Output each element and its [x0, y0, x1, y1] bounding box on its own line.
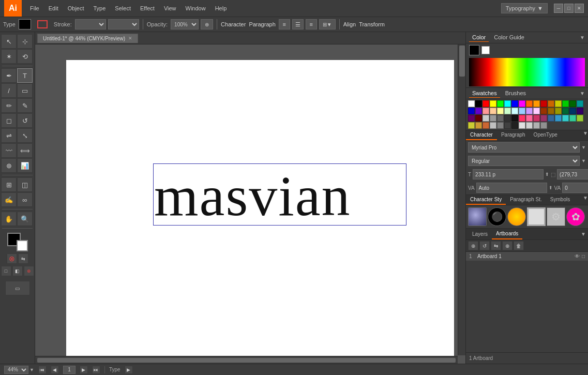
- canvas-wrapper[interactable]: masvian: [35, 44, 465, 364]
- swatch-item[interactable]: [577, 100, 583, 107]
- vertical-scrollbar[interactable]: [458, 44, 465, 355]
- swatch-item[interactable]: [468, 100, 475, 107]
- swatch-item[interactable]: [548, 100, 554, 107]
- opacity-select[interactable]: 100%: [171, 19, 199, 29]
- menu-type[interactable]: Type: [89, 3, 110, 13]
- swatch-item[interactable]: [475, 122, 482, 129]
- document-tab[interactable]: Untitled-1* @ 44% (CMYK/Preview) ✕: [37, 34, 138, 43]
- line-tool[interactable]: /: [1, 83, 17, 98]
- symbol-flower[interactable]: ✿: [566, 207, 585, 226]
- stroke-type-select[interactable]: [108, 19, 139, 29]
- direct-selection-tool[interactable]: ⊹: [17, 34, 33, 49]
- opentype-tab[interactable]: OpenType: [530, 130, 562, 140]
- page-number-input[interactable]: [63, 366, 76, 374]
- swatch-item[interactable]: [569, 100, 576, 107]
- swatch-item[interactable]: [497, 115, 504, 122]
- status-extra-btn[interactable]: ▶: [125, 366, 133, 374]
- char-panel-collapse[interactable]: ▼: [583, 130, 588, 140]
- blend-tool[interactable]: ∞: [17, 192, 33, 207]
- symbol-splatter[interactable]: ⚫: [488, 207, 506, 226]
- gradient-tool[interactable]: ◫: [17, 177, 33, 192]
- color-guide-tab[interactable]: Color Guide: [491, 33, 527, 42]
- nav-last-btn[interactable]: ⏭: [92, 366, 100, 374]
- canvas-text[interactable]: masvian: [154, 163, 351, 229]
- selection-tool[interactable]: ↖: [1, 34, 17, 49]
- artboards-tab[interactable]: Artboards: [492, 229, 522, 239]
- symbol-water[interactable]: [468, 207, 487, 226]
- swatch-item[interactable]: [511, 108, 518, 114]
- swatches-tab[interactable]: Swatches: [469, 89, 500, 98]
- mesh-tool[interactable]: ⊞: [1, 177, 17, 192]
- menu-file[interactable]: File: [26, 3, 43, 13]
- layers-tab[interactable]: Layers: [468, 229, 492, 239]
- swatch-item[interactable]: [468, 115, 475, 122]
- swatch-item[interactable]: [475, 108, 482, 114]
- paragraph-tab[interactable]: Paragraph: [497, 130, 530, 140]
- kerning-input[interactable]: [476, 183, 547, 193]
- cut-mode[interactable]: ⊗: [24, 266, 34, 276]
- swatch-item[interactable]: [490, 122, 496, 129]
- character-label[interactable]: Character: [221, 21, 246, 27]
- swatch-item[interactable]: [555, 100, 562, 107]
- vertical-scroll-thumb[interactable]: [459, 46, 465, 77]
- pencil-tool[interactable]: ✎: [17, 98, 33, 113]
- lasso-tool[interactable]: ⟲: [17, 49, 33, 64]
- swatch-item[interactable]: [497, 108, 504, 114]
- close-button[interactable]: ✕: [575, 4, 584, 13]
- menu-view[interactable]: View: [160, 3, 180, 13]
- align-left-btn[interactable]: ≡: [279, 19, 290, 29]
- swatch-item[interactable]: [562, 100, 569, 107]
- tracking2-input[interactable]: [562, 183, 588, 193]
- swatch-item[interactable]: [540, 122, 547, 129]
- stroke-select[interactable]: [75, 19, 106, 29]
- menu-help[interactable]: Help: [211, 3, 231, 13]
- font-style-select[interactable]: Regular: [468, 156, 580, 166]
- swatch-item[interactable]: [490, 115, 496, 122]
- swatch-item[interactable]: [483, 122, 489, 129]
- magic-wand-tool[interactable]: ✶: [1, 49, 17, 64]
- rect-tool[interactable]: ▭: [17, 83, 33, 98]
- swatch-item[interactable]: [504, 108, 511, 114]
- swatch-item[interactable]: [569, 115, 576, 122]
- color-bg-swatch[interactable]: [481, 46, 490, 54]
- normal-mode[interactable]: □: [1, 266, 11, 276]
- stroke-swatch[interactable]: [37, 20, 48, 28]
- zoom-select[interactable]: 44%: [4, 366, 28, 374]
- swatch-item[interactable]: [526, 100, 533, 107]
- maximize-button[interactable]: □: [564, 4, 574, 13]
- swatch-item[interactable]: [569, 108, 576, 114]
- eyedropper-tool[interactable]: ✍: [1, 192, 17, 207]
- nav-prev-btn[interactable]: ◀: [51, 366, 59, 374]
- character-tab[interactable]: Character: [466, 130, 497, 140]
- symbol-sprayer-tool[interactable]: ⊕: [1, 158, 17, 173]
- text-options-btn[interactable]: ⊞▼: [319, 19, 336, 29]
- swatch-item[interactable]: [555, 115, 562, 122]
- align-center-btn[interactable]: ☰: [292, 19, 304, 29]
- swatch-item[interactable]: [468, 108, 475, 114]
- symbol-gear[interactable]: ⚙: [547, 207, 565, 226]
- swatch-item[interactable]: [483, 100, 489, 107]
- align-right-btn[interactable]: ≡: [306, 19, 317, 29]
- swatch-item[interactable]: [577, 108, 583, 114]
- font-family-select[interactable]: Myriad Pro: [468, 142, 580, 153]
- layers-collapse[interactable]: ▼: [581, 231, 586, 237]
- zoom-tool[interactable]: 🔍: [17, 212, 33, 226]
- paragraph-label[interactable]: Paragraph: [249, 21, 275, 27]
- paintbrush-tool[interactable]: ✏: [1, 98, 17, 113]
- swatch-item[interactable]: [540, 108, 547, 114]
- swatch-item[interactable]: [577, 115, 583, 122]
- warp-tool[interactable]: 〰: [1, 143, 17, 158]
- tracking-input[interactable]: [557, 169, 588, 179]
- swatch-item[interactable]: [519, 108, 525, 114]
- font-size-input[interactable]: [473, 169, 544, 179]
- hand-tool[interactable]: ✋: [1, 212, 17, 226]
- swatch-item[interactable]: [511, 100, 518, 107]
- none-color[interactable]: ⊗: [7, 253, 17, 264]
- horizontal-scroll-thumb[interactable]: [37, 358, 456, 363]
- layer-visibility-icon[interactable]: 👁: [575, 253, 580, 259]
- para-sty-tab[interactable]: Paragraph St.: [506, 195, 546, 205]
- swatch-item[interactable]: [490, 108, 496, 114]
- swatch-item[interactable]: [519, 115, 525, 122]
- swatch-item[interactable]: [497, 122, 504, 129]
- swatch-item[interactable]: [497, 100, 504, 107]
